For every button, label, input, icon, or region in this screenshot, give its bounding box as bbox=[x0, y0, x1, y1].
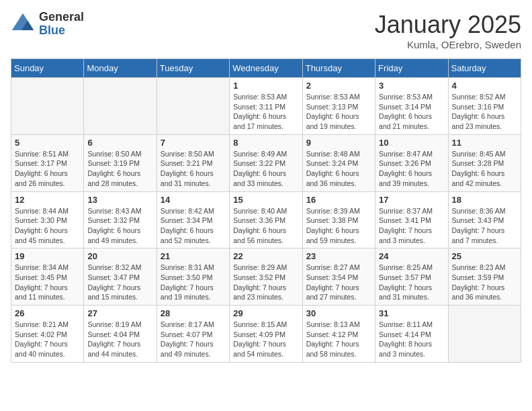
day-info: Sunrise: 8:51 AM Sunset: 3:17 PM Dayligh… bbox=[15, 149, 80, 189]
day-info: Sunrise: 8:43 AM Sunset: 3:32 PM Dayligh… bbox=[87, 206, 152, 246]
day-number: 14 bbox=[161, 195, 226, 205]
calendar-cell: 30Sunrise: 8:13 AM Sunset: 4:12 PM Dayli… bbox=[302, 306, 375, 363]
day-number: 29 bbox=[233, 308, 298, 318]
weekday-header-monday: Monday bbox=[84, 59, 157, 78]
calendar-cell: 18Sunrise: 8:36 AM Sunset: 3:43 PM Dayli… bbox=[448, 191, 521, 248]
day-number: 24 bbox=[379, 251, 444, 261]
day-info: Sunrise: 8:42 AM Sunset: 3:34 PM Dayligh… bbox=[161, 206, 226, 246]
calendar-cell: 1Sunrise: 8:53 AM Sunset: 3:11 PM Daylig… bbox=[230, 78, 302, 135]
day-info: Sunrise: 8:39 AM Sunset: 3:38 PM Dayligh… bbox=[306, 206, 371, 246]
day-info: Sunrise: 8:23 AM Sunset: 3:59 PM Dayligh… bbox=[452, 263, 517, 302]
day-number: 17 bbox=[379, 195, 444, 205]
logo: General Blue bbox=[11, 11, 84, 38]
day-number: 31 bbox=[379, 308, 444, 318]
day-number: 12 bbox=[15, 195, 80, 205]
logo-blue: Blue bbox=[39, 24, 84, 38]
calendar-cell: 23Sunrise: 8:27 AM Sunset: 3:54 PM Dayli… bbox=[302, 248, 375, 306]
calendar-cell: 19Sunrise: 8:34 AM Sunset: 3:45 PM Dayli… bbox=[11, 248, 84, 306]
calendar-cell: 14Sunrise: 8:42 AM Sunset: 3:34 PM Dayli… bbox=[157, 191, 229, 248]
weekday-header-sunday: Sunday bbox=[11, 59, 84, 78]
weekday-header-friday: Friday bbox=[375, 59, 448, 78]
day-number: 20 bbox=[87, 251, 152, 261]
day-info: Sunrise: 8:37 AM Sunset: 3:41 PM Dayligh… bbox=[379, 206, 444, 246]
calendar-cell: 20Sunrise: 8:32 AM Sunset: 3:47 PM Dayli… bbox=[84, 248, 157, 306]
calendar-cell: 4Sunrise: 8:52 AM Sunset: 3:16 PM Daylig… bbox=[448, 78, 521, 135]
day-info: Sunrise: 8:45 AM Sunset: 3:28 PM Dayligh… bbox=[452, 149, 517, 189]
day-number: 11 bbox=[452, 138, 517, 148]
calendar-week-row: 12Sunrise: 8:44 AM Sunset: 3:30 PM Dayli… bbox=[11, 191, 521, 248]
day-info: Sunrise: 8:44 AM Sunset: 3:30 PM Dayligh… bbox=[15, 206, 80, 246]
day-number: 9 bbox=[306, 138, 371, 148]
calendar-cell: 3Sunrise: 8:53 AM Sunset: 3:14 PM Daylig… bbox=[375, 78, 448, 135]
calendar-cell: 13Sunrise: 8:43 AM Sunset: 3:32 PM Dayli… bbox=[84, 191, 157, 248]
day-number: 6 bbox=[87, 138, 152, 148]
day-number: 2 bbox=[306, 81, 371, 91]
month-title: January 2025 bbox=[375, 11, 521, 39]
page-header: General Blue January 2025 Kumla, OErebro… bbox=[11, 11, 521, 50]
day-info: Sunrise: 8:29 AM Sunset: 3:52 PM Dayligh… bbox=[233, 263, 298, 302]
day-number: 3 bbox=[379, 81, 444, 91]
day-info: Sunrise: 8:36 AM Sunset: 3:43 PM Dayligh… bbox=[452, 206, 517, 246]
day-number: 28 bbox=[161, 308, 226, 318]
day-info: Sunrise: 8:15 AM Sunset: 4:09 PM Dayligh… bbox=[233, 320, 298, 359]
day-info: Sunrise: 8:49 AM Sunset: 3:22 PM Dayligh… bbox=[233, 149, 298, 189]
calendar-cell: 17Sunrise: 8:37 AM Sunset: 3:41 PM Dayli… bbox=[375, 191, 448, 248]
day-info: Sunrise: 8:40 AM Sunset: 3:36 PM Dayligh… bbox=[233, 206, 298, 246]
day-number: 23 bbox=[306, 251, 371, 261]
calendar-cell bbox=[84, 78, 157, 135]
calendar-cell: 6Sunrise: 8:50 AM Sunset: 3:19 PM Daylig… bbox=[84, 134, 157, 191]
calendar-cell bbox=[11, 78, 84, 135]
day-info: Sunrise: 8:53 AM Sunset: 3:14 PM Dayligh… bbox=[379, 92, 444, 132]
calendar-cell bbox=[448, 306, 521, 363]
calendar-week-row: 19Sunrise: 8:34 AM Sunset: 3:45 PM Dayli… bbox=[11, 248, 521, 306]
calendar-cell: 7Sunrise: 8:50 AM Sunset: 3:21 PM Daylig… bbox=[157, 134, 229, 191]
weekday-header-thursday: Thursday bbox=[302, 59, 375, 78]
day-number: 15 bbox=[233, 195, 298, 205]
day-number: 10 bbox=[379, 138, 444, 148]
calendar-cell: 15Sunrise: 8:40 AM Sunset: 3:36 PM Dayli… bbox=[230, 191, 302, 248]
logo-icon bbox=[11, 12, 35, 36]
calendar-cell: 2Sunrise: 8:53 AM Sunset: 3:13 PM Daylig… bbox=[302, 78, 375, 135]
calendar-cell: 26Sunrise: 8:21 AM Sunset: 4:02 PM Dayli… bbox=[11, 306, 84, 363]
logo-text: General Blue bbox=[39, 11, 84, 38]
calendar-cell: 31Sunrise: 8:11 AM Sunset: 4:14 PM Dayli… bbox=[375, 306, 448, 363]
day-number: 1 bbox=[233, 81, 298, 91]
day-info: Sunrise: 8:27 AM Sunset: 3:54 PM Dayligh… bbox=[306, 263, 371, 302]
calendar-cell: 8Sunrise: 8:49 AM Sunset: 3:22 PM Daylig… bbox=[230, 134, 302, 191]
weekday-header-tuesday: Tuesday bbox=[157, 59, 229, 78]
logo-general: General bbox=[39, 11, 84, 24]
day-info: Sunrise: 8:48 AM Sunset: 3:24 PM Dayligh… bbox=[306, 149, 371, 189]
day-info: Sunrise: 8:21 AM Sunset: 4:02 PM Dayligh… bbox=[15, 320, 80, 359]
title-block: January 2025 Kumla, OErebro, Sweden bbox=[375, 11, 521, 50]
day-info: Sunrise: 8:31 AM Sunset: 3:50 PM Dayligh… bbox=[161, 263, 226, 302]
weekday-header-wednesday: Wednesday bbox=[230, 59, 302, 78]
calendar-cell: 10Sunrise: 8:47 AM Sunset: 3:26 PM Dayli… bbox=[375, 134, 448, 191]
day-number: 16 bbox=[306, 195, 371, 205]
day-number: 25 bbox=[452, 251, 517, 261]
day-number: 30 bbox=[306, 308, 371, 318]
calendar-cell: 27Sunrise: 8:19 AM Sunset: 4:04 PM Dayli… bbox=[84, 306, 157, 363]
day-number: 4 bbox=[452, 81, 517, 91]
day-info: Sunrise: 8:17 AM Sunset: 4:07 PM Dayligh… bbox=[161, 320, 226, 359]
day-info: Sunrise: 8:11 AM Sunset: 4:14 PM Dayligh… bbox=[379, 320, 444, 359]
calendar-cell: 28Sunrise: 8:17 AM Sunset: 4:07 PM Dayli… bbox=[157, 306, 229, 363]
day-number: 8 bbox=[233, 138, 298, 148]
day-number: 21 bbox=[161, 251, 226, 261]
day-info: Sunrise: 8:19 AM Sunset: 4:04 PM Dayligh… bbox=[87, 320, 152, 359]
day-number: 27 bbox=[87, 308, 152, 318]
calendar-cell: 12Sunrise: 8:44 AM Sunset: 3:30 PM Dayli… bbox=[11, 191, 84, 248]
day-number: 18 bbox=[452, 195, 517, 205]
day-info: Sunrise: 8:53 AM Sunset: 3:11 PM Dayligh… bbox=[233, 92, 298, 132]
calendar-week-row: 26Sunrise: 8:21 AM Sunset: 4:02 PM Dayli… bbox=[11, 306, 521, 363]
day-info: Sunrise: 8:25 AM Sunset: 3:57 PM Dayligh… bbox=[379, 263, 444, 302]
calendar-cell: 22Sunrise: 8:29 AM Sunset: 3:52 PM Dayli… bbox=[230, 248, 302, 306]
location-subtitle: Kumla, OErebro, Sweden bbox=[375, 39, 521, 50]
calendar-cell: 9Sunrise: 8:48 AM Sunset: 3:24 PM Daylig… bbox=[302, 134, 375, 191]
calendar-week-row: 5Sunrise: 8:51 AM Sunset: 3:17 PM Daylig… bbox=[11, 134, 521, 191]
calendar-cell: 24Sunrise: 8:25 AM Sunset: 3:57 PM Dayli… bbox=[375, 248, 448, 306]
calendar-cell: 25Sunrise: 8:23 AM Sunset: 3:59 PM Dayli… bbox=[448, 248, 521, 306]
day-info: Sunrise: 8:50 AM Sunset: 3:19 PM Dayligh… bbox=[87, 149, 152, 189]
day-number: 5 bbox=[15, 138, 80, 148]
weekday-header-saturday: Saturday bbox=[448, 59, 521, 78]
day-number: 26 bbox=[15, 308, 80, 318]
